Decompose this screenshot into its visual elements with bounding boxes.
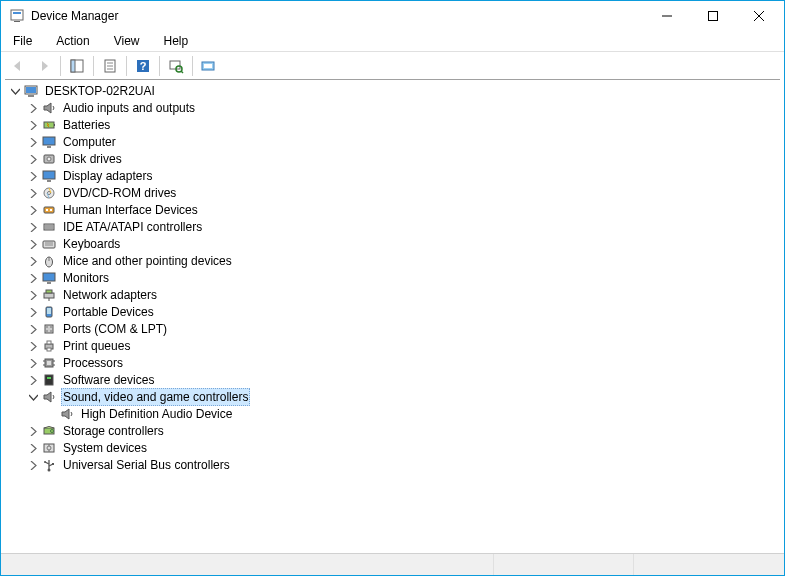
tree-category[interactable]: Monitors [9, 270, 780, 286]
monitor-icon [41, 168, 57, 184]
tree-category[interactable]: Human Interface Devices [9, 202, 780, 218]
tree-category[interactable]: Sound, video and game controllers [9, 389, 780, 405]
forward-button[interactable] [32, 54, 56, 78]
menu-file[interactable]: File [5, 32, 40, 50]
speaker-icon [59, 406, 75, 422]
svg-rect-2 [13, 12, 21, 14]
show-hide-console-tree-button[interactable] [65, 54, 89, 78]
menu-action[interactable]: Action [48, 32, 97, 50]
svg-text:?: ? [140, 60, 147, 72]
expand-icon[interactable] [27, 272, 39, 284]
tree-category[interactable]: Universal Serial Bus controllers [9, 457, 780, 473]
expand-icon[interactable] [27, 102, 39, 114]
expand-icon[interactable] [27, 170, 39, 182]
expand-icon[interactable] [27, 238, 39, 250]
tree-category[interactable]: Ports (COM & LPT) [9, 321, 780, 337]
tree-category[interactable]: DVD/CD-ROM drives [9, 185, 780, 201]
collapse-icon[interactable] [27, 391, 39, 403]
svg-rect-0 [11, 10, 23, 20]
add-legacy-hardware-button[interactable] [197, 54, 221, 78]
tree-root-label: DESKTOP-02R2UAI [43, 83, 157, 99]
menu-bar: File Action View Help [1, 31, 784, 51]
expand-icon[interactable] [27, 255, 39, 267]
expand-icon[interactable] [27, 136, 39, 148]
tree-category-label: DVD/CD-ROM drives [61, 185, 178, 201]
keyboard-icon [41, 236, 57, 252]
expand-icon[interactable] [27, 306, 39, 318]
printer-icon [41, 338, 57, 354]
expand-icon[interactable] [27, 289, 39, 301]
tree-category-label: Audio inputs and outputs [61, 100, 197, 116]
menu-view[interactable]: View [106, 32, 148, 50]
speaker-icon [41, 389, 57, 405]
expand-icon[interactable] [27, 442, 39, 454]
expand-icon[interactable] [27, 425, 39, 437]
monitor-icon [41, 270, 57, 286]
back-button[interactable] [6, 54, 30, 78]
tree-category-label: Network adapters [61, 287, 159, 303]
tree-category[interactable]: Print queues [9, 338, 780, 354]
menu-help[interactable]: Help [156, 32, 197, 50]
expand-icon[interactable] [27, 204, 39, 216]
tree-category[interactable]: Software devices [9, 372, 780, 388]
tree-category-label: Disk drives [61, 151, 124, 167]
mouse-icon [41, 253, 57, 269]
toolbar-separator [126, 56, 127, 76]
window-controls [644, 1, 782, 31]
battery-icon [41, 117, 57, 133]
speaker-icon [41, 100, 57, 116]
scan-hardware-button[interactable] [164, 54, 188, 78]
system-icon [41, 440, 57, 456]
storage-icon [41, 423, 57, 439]
tree-category[interactable]: IDE ATA/ATAPI controllers [9, 219, 780, 235]
expand-icon[interactable] [27, 323, 39, 335]
toolbar-separator [159, 56, 160, 76]
help-button[interactable]: ? [131, 54, 155, 78]
tree-category[interactable]: Audio inputs and outputs [9, 100, 780, 116]
tree-category[interactable]: Portable Devices [9, 304, 780, 320]
tree-category-label: Keyboards [61, 236, 122, 252]
expand-icon[interactable] [27, 340, 39, 352]
tree-category-label: Universal Serial Bus controllers [61, 457, 232, 473]
expand-icon[interactable] [27, 221, 39, 233]
tree-category[interactable]: Network adapters [9, 287, 780, 303]
tree-root[interactable]: DESKTOP-02R2UAI [9, 83, 780, 99]
expand-icon[interactable] [27, 459, 39, 471]
expand-icon[interactable] [27, 374, 39, 386]
device-tree: DESKTOP-02R2UAI Audio inputs and outputs… [9, 83, 780, 473]
tree-category-label: Sound, video and game controllers [61, 388, 250, 406]
expand-icon[interactable] [27, 357, 39, 369]
svg-rect-8 [71, 60, 75, 72]
expand-icon[interactable] [27, 153, 39, 165]
close-button[interactable] [736, 1, 782, 31]
tree-category[interactable]: Mice and other pointing devices [9, 253, 780, 269]
tree-category[interactable]: Disk drives [9, 151, 780, 167]
tree-category-label: IDE ATA/ATAPI controllers [61, 219, 204, 235]
svg-rect-15 [170, 61, 180, 69]
tree-category-label: Print queues [61, 338, 132, 354]
expand-icon[interactable] [27, 119, 39, 131]
properties-button[interactable] [98, 54, 122, 78]
minimize-button[interactable] [644, 1, 690, 31]
tree-category[interactable]: Keyboards [9, 236, 780, 252]
collapse-icon[interactable] [9, 85, 21, 97]
cpu-icon [41, 355, 57, 371]
tree-category[interactable]: Storage controllers [9, 423, 780, 439]
tree-category[interactable]: Computer [9, 134, 780, 150]
tree-category-label: System devices [61, 440, 149, 456]
device-manager-window: Device Manager File Action View Help ? [0, 0, 785, 576]
tree-category[interactable]: Processors [9, 355, 780, 371]
window-title: Device Manager [31, 9, 644, 23]
tree-device[interactable]: High Definition Audio Device [9, 406, 780, 422]
device-tree-pane[interactable]: DESKTOP-02R2UAI Audio inputs and outputs… [5, 79, 780, 553]
tree-category[interactable]: Batteries [9, 117, 780, 133]
toolbar-separator [192, 56, 193, 76]
svg-rect-19 [204, 64, 212, 68]
tree-category[interactable]: System devices [9, 440, 780, 456]
maximize-button[interactable] [690, 1, 736, 31]
tree-category[interactable]: Display adapters [9, 168, 780, 184]
toolbar-separator [60, 56, 61, 76]
status-cell [494, 554, 634, 575]
hid-icon [41, 202, 57, 218]
expand-icon[interactable] [27, 187, 39, 199]
